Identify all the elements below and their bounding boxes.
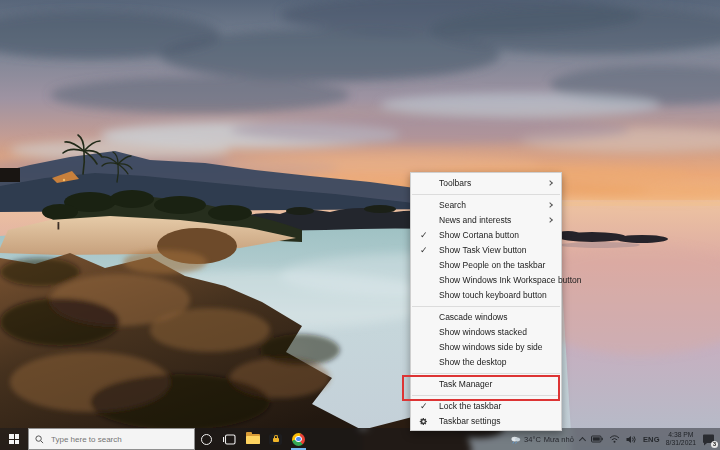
- menu-separator: [412, 194, 560, 195]
- network-icon[interactable]: [609, 435, 620, 443]
- weather-widget[interactable]: 34°C Mưa nhỏ: [510, 435, 574, 444]
- search-icon: [35, 435, 44, 444]
- menu-item-label: Show windows side by side: [439, 342, 542, 352]
- start-button[interactable]: [0, 428, 28, 450]
- menu-item-label: Toolbars: [439, 178, 471, 188]
- menu-separator: [412, 395, 560, 396]
- menu-item-show-task-view-button[interactable]: ✓Show Task View button: [411, 243, 561, 258]
- clock-time: 4:38 PM: [666, 431, 696, 439]
- menu-item-show-windows-side-by-side[interactable]: Show windows side by side: [411, 340, 561, 355]
- clock-date: 8/31/2021: [666, 439, 696, 447]
- gear-icon: [419, 417, 428, 426]
- menu-item-taskbar-settings[interactable]: Taskbar settings: [411, 414, 561, 429]
- menu-item-label: Taskbar settings: [439, 416, 500, 426]
- menu-item-label: Search: [439, 200, 466, 210]
- menu-item-lock-the-taskbar[interactable]: ✓Lock the taskbar: [411, 399, 561, 414]
- taskbar-app-file-explorer[interactable]: [241, 428, 264, 450]
- taskbar-app-cortana[interactable]: [195, 428, 218, 450]
- system-tray: 34°C Mưa nhỏ ENG 4:38 PM 8: [510, 428, 720, 450]
- menu-item-label: Show Task View button: [439, 245, 527, 255]
- desktop: ToolbarsSearchNews and interests✓Show Co…: [0, 0, 720, 450]
- checkmark-icon: ✓: [420, 228, 428, 243]
- taskbar-app-task-view[interactable]: [218, 428, 241, 450]
- menu-item-label: Show touch keyboard button: [439, 290, 547, 300]
- submenu-arrow-icon: [547, 202, 553, 208]
- file-explorer-icon: [246, 434, 260, 445]
- beach-sunset-wallpaper: [0, 0, 720, 450]
- menu-item-label: Cascade windows: [439, 312, 508, 322]
- menu-item-toolbars[interactable]: Toolbars: [411, 176, 561, 191]
- submenu-arrow-icon: [547, 180, 553, 186]
- menu-item-cascade-windows[interactable]: Cascade windows: [411, 310, 561, 325]
- cortana-icon: [201, 434, 212, 445]
- menu-item-show-the-desktop[interactable]: Show the desktop: [411, 355, 561, 370]
- menu-item-task-manager[interactable]: Task Manager: [411, 377, 561, 392]
- task-view-icon: [223, 434, 236, 445]
- menu-item-show-windows-ink-workspace-button[interactable]: Show Windows Ink Workspace button: [411, 273, 561, 288]
- taskbar: 34°C Mưa nhỏ ENG 4:38 PM 8: [0, 428, 720, 450]
- menu-separator: [412, 306, 560, 307]
- menu-item-show-people-on-the-taskbar[interactable]: Show People on the taskbar: [411, 258, 561, 273]
- language-indicator[interactable]: ENG: [643, 435, 660, 444]
- menu-item-news-and-interests[interactable]: News and interests: [411, 213, 561, 228]
- menu-item-show-touch-keyboard-button[interactable]: Show touch keyboard button: [411, 288, 561, 303]
- show-hidden-icons-chevron-icon[interactable]: [579, 436, 586, 443]
- menu-item-label: Show windows stacked: [439, 327, 527, 337]
- menu-separator: [412, 373, 560, 374]
- menu-item-label: Show Cortana button: [439, 230, 519, 240]
- weather-condition: Mưa nhỏ: [544, 435, 574, 444]
- menu-item-search[interactable]: Search: [411, 198, 561, 213]
- menu-item-label: Show People on the taskbar: [439, 260, 545, 270]
- menu-item-label: Task Manager: [439, 379, 492, 389]
- menu-item-label: Show the desktop: [439, 357, 507, 367]
- chrome-icon: [292, 433, 305, 446]
- clock[interactable]: 4:38 PM 8/31/2021: [666, 431, 696, 447]
- action-center-button[interactable]: 3: [702, 433, 715, 446]
- volume-icon[interactable]: [626, 435, 637, 444]
- taskbar-search-box[interactable]: [28, 428, 195, 450]
- submenu-arrow-icon: [547, 217, 553, 223]
- taskbar-context-menu: ToolbarsSearchNews and interests✓Show Co…: [410, 172, 562, 431]
- windows-logo-icon: [9, 434, 19, 444]
- battery-icon[interactable]: [591, 435, 603, 443]
- menu-item-label: News and interests: [439, 215, 511, 225]
- menu-item-show-cortana-button[interactable]: ✓Show Cortana button: [411, 228, 561, 243]
- notification-badge: 3: [711, 441, 718, 448]
- weather-temp: 34°C: [524, 435, 541, 444]
- menu-item-show-windows-stacked[interactable]: Show windows stacked: [411, 325, 561, 340]
- taskbar-app-chrome[interactable]: [287, 428, 310, 450]
- menu-item-label: Show Windows Ink Workspace button: [439, 275, 582, 285]
- weather-rain-icon: [510, 435, 521, 444]
- briefcase-lock-icon: [269, 434, 282, 445]
- taskbar-app-locked-bag[interactable]: [264, 428, 287, 450]
- menu-item-label: Lock the taskbar: [439, 401, 501, 411]
- search-input[interactable]: [49, 434, 169, 445]
- checkmark-icon: ✓: [420, 243, 428, 258]
- checkmark-icon: ✓: [420, 399, 428, 414]
